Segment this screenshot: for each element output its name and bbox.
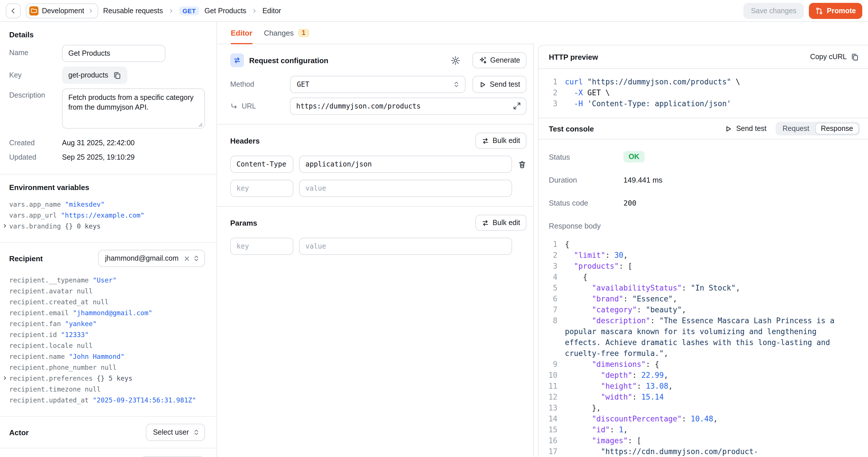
- chevron-right-icon: [168, 8, 174, 13]
- actor-title: Actor: [9, 428, 29, 437]
- http-preview-header: HTTP preview Copy cURL: [538, 45, 868, 69]
- line-number: 13: [538, 402, 565, 414]
- line-number: 1: [538, 77, 565, 87]
- field-value: null: [101, 362, 117, 373]
- tab-changes[interactable]: Changes 1: [264, 22, 309, 43]
- tab-editor[interactable]: Editor: [231, 22, 252, 43]
- url-input[interactable]: [290, 98, 526, 115]
- field-key: vars.app_name: [9, 199, 61, 210]
- resize-handle-icon[interactable]: [197, 122, 203, 127]
- expand-chevron-icon[interactable]: [2, 375, 7, 380]
- toggle-response[interactable]: Response: [815, 123, 859, 134]
- field-value: "jhammond@gmail.com": [73, 308, 152, 318]
- top-bar: Development Reusable requests GET Get Pr…: [0, 0, 868, 22]
- recipient-field-row: recipient.phone_numbernull: [9, 362, 205, 373]
- field-value: "2025-09-23T14:56:31.981Z": [93, 395, 196, 406]
- code-line: 9 "dimensions": {: [538, 359, 868, 370]
- param-key-input[interactable]: [230, 238, 293, 255]
- code-line: 17 "https://cdn.dummyjson.com/product-im…: [538, 446, 868, 457]
- save-changes-button[interactable]: Save changes: [743, 3, 804, 19]
- updated-value: Sep 25 2025, 19:10:29: [62, 153, 135, 161]
- description-textarea[interactable]: Fetch products from a specific category …: [62, 88, 205, 129]
- field-value: "https://example.com": [61, 210, 144, 221]
- details-section: Details Name Key get-products Descriptio…: [0, 22, 216, 175]
- breadcrumb-request[interactable]: Get Products: [205, 7, 246, 14]
- recipient-field-row: recipient.preferences{} 5 keys: [9, 373, 205, 384]
- generate-button[interactable]: Generate: [472, 52, 526, 68]
- gear-icon[interactable]: [451, 55, 460, 65]
- back-chevron-icon: [10, 7, 17, 14]
- response-body-label: Response body: [549, 221, 623, 230]
- editor-body: Request configuration Generate Method GE…: [217, 44, 534, 457]
- headers-section: Headers Bulk edit: [217, 124, 533, 206]
- status-code-value: 200: [623, 199, 637, 207]
- expand-chevron-icon[interactable]: [2, 223, 7, 228]
- clear-recipient-icon[interactable]: [184, 255, 190, 262]
- copy-curl-button[interactable]: Copy cURL: [810, 53, 859, 61]
- play-icon: [725, 125, 732, 132]
- headers-bulk-edit-button[interactable]: Bulk edit: [475, 133, 526, 149]
- created-value: Aug 31 2025, 22:42:00: [62, 139, 135, 147]
- copy-key-icon[interactable]: [113, 71, 121, 79]
- line-number: 8: [538, 315, 565, 359]
- toggle-request[interactable]: Request: [777, 123, 815, 134]
- chevrons-up-down-icon: [453, 81, 460, 88]
- recipient-title: Recipient: [9, 254, 43, 263]
- recipient-field-row: recipient.updated_at"2025-09-23T14:56:31…: [9, 395, 205, 406]
- line-number: 4: [538, 272, 565, 282]
- request-configuration-section: Request configuration Generate Method GE…: [217, 44, 533, 124]
- preview-card: HTTP preview Copy cURL 1curl "https://du…: [538, 45, 868, 457]
- recipient-field-row: recipient.id"12333": [9, 330, 205, 340]
- env-var-row: vars.app_name"mikesdev": [9, 199, 205, 210]
- field-value: "yankee": [65, 318, 97, 330]
- folder-icon: [29, 6, 38, 15]
- recipient-section: Recipient jhammond@gmail.com recipient._…: [0, 243, 216, 417]
- line-number: 16: [538, 435, 565, 446]
- line-number: 6: [538, 293, 565, 304]
- changes-count-badge: 1: [298, 28, 309, 37]
- header-value-input[interactable]: [299, 156, 512, 173]
- params-bulk-edit-button[interactable]: Bulk edit: [475, 215, 526, 231]
- project-switcher[interactable]: Development: [26, 3, 98, 18]
- promote-button[interactable]: Promote: [809, 3, 862, 19]
- chevron-right-icon: [88, 8, 93, 13]
- http-preview-title: HTTP preview: [549, 53, 598, 61]
- code-line: 12 "width": 15.14: [538, 392, 868, 402]
- details-title: Details: [9, 30, 205, 39]
- copy-icon: [851, 53, 859, 61]
- name-label: Name: [9, 45, 62, 57]
- actor-select[interactable]: Select user: [146, 424, 205, 441]
- line-number: 12: [538, 392, 565, 402]
- breadcrumb-section[interactable]: Reusable requests: [103, 7, 163, 14]
- method-select[interactable]: GET: [290, 76, 466, 93]
- request-configuration-title: Request configuration: [249, 56, 445, 65]
- name-input[interactable]: [62, 45, 165, 62]
- field-key: vars.branding: [9, 221, 61, 232]
- back-button[interactable]: [6, 3, 21, 18]
- send-test-button[interactable]: Send test: [472, 76, 526, 93]
- field-key: recipient.preferences: [9, 373, 93, 384]
- line-number: 14: [538, 414, 565, 424]
- env-var-row: vars.branding{} 0 keys: [9, 221, 205, 232]
- recipient-select[interactable]: jhammond@gmail.com: [98, 250, 205, 267]
- header-key-input[interactable]: [230, 180, 293, 197]
- expand-fullscreen-icon[interactable]: [513, 102, 521, 110]
- header-key-input[interactable]: [230, 156, 293, 173]
- delete-header-icon[interactable]: [518, 160, 526, 169]
- breadcrumb-project: Development: [42, 7, 84, 14]
- duration-value: 149.441 ms: [623, 175, 662, 184]
- console-send-test-button[interactable]: Send test: [725, 125, 767, 133]
- bulk-edit-swap-icon: [482, 219, 489, 226]
- field-value: "John Hammond": [69, 352, 125, 362]
- code-line: 1{: [538, 239, 868, 250]
- details-sidebar: Details Name Key get-products Descriptio…: [0, 22, 217, 457]
- param-value-input[interactable]: [299, 238, 512, 255]
- status-badge: OK: [623, 151, 645, 162]
- test-console-title: Test console: [549, 124, 594, 133]
- code-line: 7 "category": "beauty",: [538, 304, 868, 315]
- app-window: Development Reusable requests GET Get Pr…: [0, 0, 868, 457]
- field-key: recipient.email: [9, 308, 69, 318]
- field-key: recipient.avatar: [9, 286, 73, 297]
- key-pill: get-products: [62, 67, 128, 84]
- header-value-input[interactable]: [299, 180, 512, 197]
